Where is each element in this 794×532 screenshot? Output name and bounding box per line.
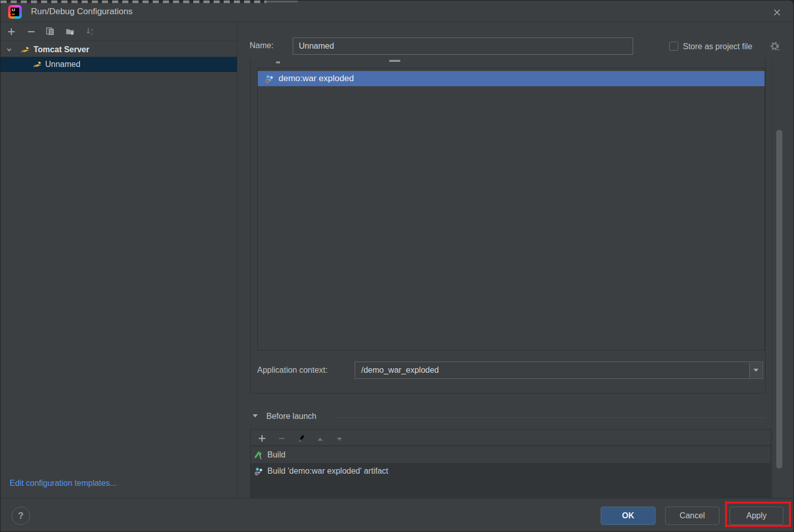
before-launch-title: Before launch: [266, 412, 317, 421]
scrollpane-border: [772, 59, 772, 498]
before-launch-list: Build Build 'demo:war exploded' artifact: [251, 446, 771, 497]
add-icon[interactable]: [257, 434, 266, 443]
tree-item-label: Tomcat Server: [33, 45, 89, 54]
before-launch-item-build-artifact[interactable]: Build 'demo:war exploded' artifact: [251, 463, 771, 479]
copy-icon[interactable]: [46, 27, 55, 36]
store-as-project-file-checkbox[interactable]: [669, 42, 678, 51]
clipped-text-fragment: [276, 61, 280, 63]
tomcat-icon: [33, 60, 42, 69]
before-launch-separator-line: [335, 417, 766, 418]
deployment-list-item-selected[interactable]: demo:war exploded: [258, 71, 765, 86]
add-icon[interactable]: [7, 27, 16, 36]
name-input[interactable]: Unnamed: [293, 38, 633, 55]
before-launch-toolbar: [251, 430, 771, 446]
move-up-icon[interactable]: [316, 435, 325, 444]
panel-separator: [237, 22, 237, 498]
move-down-icon[interactable]: [335, 435, 344, 444]
background-window-sliver-highlight: [266, 1, 298, 3]
remove-icon[interactable]: [26, 27, 36, 36]
configurations-toolbar: a z: [1, 22, 237, 41]
before-launch-panel: Build Build 'demo:war exploded' artifact: [250, 429, 771, 498]
tree-item-tomcat-server[interactable]: Tomcat Server: [1, 42, 237, 57]
apply-annotation-rectangle: [725, 502, 791, 527]
artifact-icon: [265, 74, 274, 84]
store-as-project-file-label: Store as project file: [683, 42, 752, 51]
application-context-value: /demo_war_exploded: [361, 366, 439, 375]
ok-button[interactable]: OK: [601, 507, 655, 525]
help-button[interactable]: ?: [12, 507, 30, 525]
new-folder-icon[interactable]: [65, 27, 75, 36]
artifact-icon: [254, 467, 264, 476]
footer-separator: [1, 498, 794, 499]
help-icon: ?: [18, 511, 24, 521]
before-launch-item-build[interactable]: Build: [251, 447, 771, 463]
dialog-titlebar: IJ Run/Debug Configurations: [1, 3, 794, 22]
close-icon[interactable]: [766, 3, 787, 21]
name-input-value: Unnamed: [299, 42, 334, 51]
before-launch-item-label: Build 'demo:war exploded' artifact: [267, 467, 388, 476]
tomcat-icon: [21, 45, 30, 54]
gear-icon[interactable]: [770, 41, 780, 52]
vertical-scrollbar[interactable]: [776, 130, 782, 469]
application-context-label: Application context:: [257, 366, 328, 375]
application-context-combobox[interactable]: /demo_war_exploded: [355, 362, 763, 379]
chevron-down-icon: [753, 369, 758, 372]
chevron-down-icon[interactable]: [6, 46, 13, 53]
intellij-logo-icon: IJ: [8, 5, 22, 19]
deployment-item-label: demo:war exploded: [279, 74, 354, 84]
sort-configurations-icon[interactable]: a z: [85, 27, 94, 36]
tree-item-label: Unnamed: [45, 60, 80, 69]
before-launch-item-label: Build: [267, 450, 286, 459]
run-debug-configurations-dialog: IJ Run/Debug Configurations: [0, 0, 794, 532]
name-label: Name:: [250, 41, 273, 50]
tree-item-unnamed[interactable]: Unnamed: [1, 57, 237, 72]
edit-pencil-icon[interactable]: [297, 434, 306, 443]
svg-text:z: z: [91, 31, 93, 36]
clipped-text-fragment: [389, 60, 400, 62]
dialog-title: Run/Debug Configurations: [31, 7, 132, 17]
combobox-dropdown-button[interactable]: [749, 363, 762, 378]
build-hammer-icon: [254, 450, 264, 460]
deployment-list: [257, 68, 765, 350]
edit-configuration-templates-link[interactable]: Edit configuration templates...: [10, 479, 117, 488]
remove-icon[interactable]: [277, 434, 286, 443]
cancel-button[interactable]: Cancel: [665, 507, 719, 525]
before-launch-collapse-icon[interactable]: [253, 414, 258, 417]
